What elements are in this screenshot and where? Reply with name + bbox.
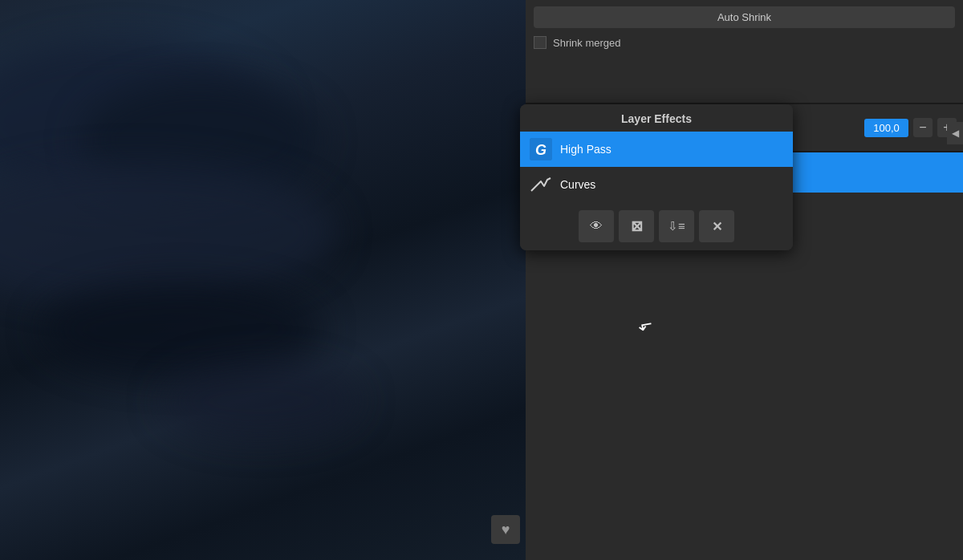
layer-effects-popup: Layer Effects G High Pass Curves 👁 ⊠ ⇩≡ xyxy=(520,104,793,250)
effect-visibility-button[interactable]: 👁 xyxy=(579,210,614,242)
effect-item-curves[interactable]: Curves xyxy=(520,167,793,202)
effect-duplicate-button[interactable]: ⊠ xyxy=(619,210,654,242)
svg-text:G: G xyxy=(535,142,547,158)
effect-item-high-pass[interactable]: G High Pass xyxy=(520,132,793,167)
effect-action-buttons: 👁 ⊠ ⇩≡ ✕ xyxy=(520,202,793,250)
collapse-icon: ◀ xyxy=(952,128,959,139)
high-pass-label: High Pass xyxy=(560,143,612,156)
right-panel: Auto Shrink Shrink merged ◀ Normal ▼ ↺ 1… xyxy=(526,0,963,560)
shrink-merged-checkbox[interactable] xyxy=(534,36,547,49)
opacity-value: 100,0 xyxy=(864,119,908,137)
duplicate-icon: ⊠ xyxy=(631,217,643,235)
auto-shrink-button[interactable]: Auto Shrink xyxy=(534,6,955,28)
panel-header: Auto Shrink Shrink merged xyxy=(526,0,963,104)
collapse-panel-button[interactable]: ◀ xyxy=(947,122,963,144)
opacity-minus-button[interactable]: − xyxy=(913,118,933,137)
close-icon: ✕ xyxy=(712,219,722,234)
curves-label: Curves xyxy=(560,178,595,191)
shrink-merged-row: Shrink merged xyxy=(534,34,955,51)
curves-icon xyxy=(530,173,552,196)
eye-icon: 👁 xyxy=(590,219,603,233)
effect-delete-button[interactable]: ✕ xyxy=(699,210,734,242)
effect-merge-button[interactable]: ⇩≡ xyxy=(659,210,694,242)
canvas-bottom-icon[interactable]: ♥ xyxy=(491,515,520,544)
layer-effects-title: Layer Effects xyxy=(520,104,793,132)
shrink-merged-label: Shrink merged xyxy=(553,37,621,49)
merge-icon: ⇩≡ xyxy=(668,219,685,233)
high-pass-icon: G xyxy=(530,138,552,160)
canvas-area: ♥ xyxy=(0,0,526,560)
